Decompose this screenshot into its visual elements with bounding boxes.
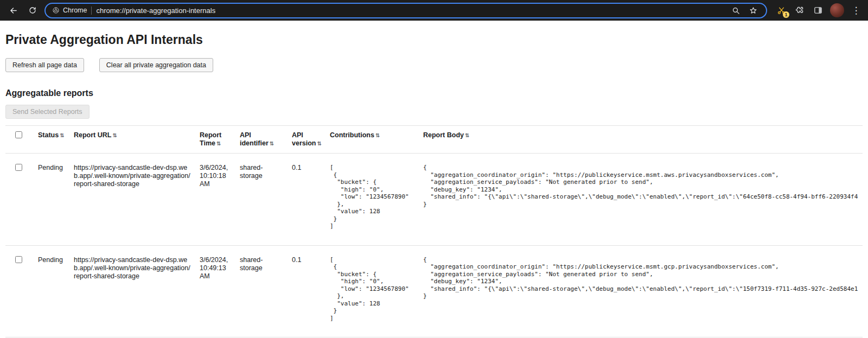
- address-bar-divider: [91, 7, 92, 15]
- contributions-cell: [ { "bucket": { "high": "0", "low": "123…: [326, 245, 419, 337]
- report-time-cell: 3/6/2024, 10:49:13 AM: [195, 245, 235, 337]
- column-header-report-body[interactable]: Report Body⇅: [419, 126, 863, 154]
- sort-icon: ⇅: [270, 141, 274, 146]
- status-cell: Pending: [34, 245, 69, 337]
- extensions-puzzle-icon[interactable]: [793, 4, 806, 17]
- column-header-label: API identifier: [240, 131, 269, 147]
- menu-kebab-icon[interactable]: ⋮: [850, 4, 863, 17]
- page-title: Private Aggregation API Internals: [5, 33, 863, 47]
- clear-all-button[interactable]: Clear all private aggregation data: [99, 58, 213, 72]
- select-all-header: [5, 126, 34, 154]
- reports-table: Status⇅ Report URL⇅ Report Time⇅ API ide…: [5, 125, 863, 337]
- profile-avatar[interactable]: [830, 3, 844, 17]
- extension-badge: 1: [783, 11, 789, 18]
- sort-icon: ⇅: [112, 132, 117, 138]
- sort-icon: ⇅: [317, 141, 321, 146]
- report-body-json: { "aggregation_coordinator_origin": "htt…: [423, 256, 858, 300]
- sort-icon: ⇅: [375, 132, 380, 138]
- api-identifier-cell: shared-storage: [235, 245, 288, 337]
- address-bar[interactable]: Chrome chrome://private-aggregation-inte…: [44, 3, 767, 18]
- column-header-label: Report Body: [423, 131, 464, 139]
- address-url-text: chrome://private-aggregation-internals: [96, 7, 215, 15]
- table-row: Pending https://privacy-sandcastle-dev-d…: [5, 154, 863, 246]
- contributions-cell: [ { "bucket": { "high": "0", "low": "123…: [326, 154, 419, 246]
- report-body-cell: { "aggregation_coordinator_origin": "htt…: [419, 154, 863, 246]
- column-header-label: Status: [38, 131, 59, 139]
- report-body-cell: { "aggregation_coordinator_origin": "htt…: [419, 245, 863, 337]
- reload-icon: [28, 6, 37, 15]
- sort-icon: ⇅: [60, 132, 64, 138]
- site-chip: Chrome: [52, 7, 87, 14]
- api-identifier-cell: shared-storage: [235, 154, 288, 246]
- api-version-cell: 0.1: [288, 245, 326, 337]
- send-selected-reports-button[interactable]: Send Selected Reports: [5, 105, 90, 119]
- api-version-cell: 0.1: [288, 154, 326, 246]
- row-checkbox[interactable]: [15, 256, 22, 263]
- report-time-cell: 3/6/2024, 10:10:18 AM: [195, 154, 235, 246]
- column-header-status[interactable]: Status⇅: [34, 126, 69, 154]
- report-url-cell: https://privacy-sandcastle-dev-dsp.web.a…: [69, 154, 195, 246]
- contributions-json: [ { "bucket": { "high": "0", "low": "123…: [330, 256, 414, 322]
- page-content: Private Aggregation API Internals Refres…: [0, 33, 868, 337]
- report-body-json: { "aggregation_coordinator_origin": "htt…: [423, 164, 858, 208]
- column-header-report-url[interactable]: Report URL⇅: [69, 126, 195, 154]
- column-header-api-identifier[interactable]: API identifier⇅: [235, 126, 288, 154]
- side-panel-icon[interactable]: [812, 4, 825, 17]
- row-checkbox[interactable]: [15, 164, 22, 171]
- row-select-cell: [5, 154, 34, 246]
- column-header-contributions[interactable]: Contributions⇅: [326, 126, 419, 154]
- back-button[interactable]: [5, 3, 21, 18]
- status-cell: Pending: [34, 154, 69, 246]
- column-header-label: Contributions: [330, 131, 374, 139]
- section-heading: Aggregatable reports: [5, 88, 863, 98]
- select-all-checkbox[interactable]: [15, 131, 22, 138]
- contributions-json: [ { "bucket": { "high": "0", "low": "123…: [330, 164, 414, 230]
- sort-icon: ⇅: [465, 132, 469, 138]
- chrome-logo-icon: [52, 7, 60, 14]
- screenshot-extension-icon[interactable]: 1: [775, 4, 788, 17]
- bookmark-star-icon[interactable]: [746, 4, 760, 17]
- report-url-cell: https://privacy-sandcastle-dev-dsp.web.a…: [69, 245, 195, 337]
- column-header-report-time[interactable]: Report Time⇅: [195, 126, 235, 154]
- reload-button[interactable]: [25, 3, 40, 18]
- column-header-label: API version: [292, 131, 316, 147]
- refresh-all-button[interactable]: Refresh all page data: [5, 58, 84, 72]
- page-actions: Refresh all page data Clear all private …: [5, 58, 863, 72]
- site-chip-label: Chrome: [63, 7, 87, 14]
- browser-toolbar: Chrome chrome://private-aggregation-inte…: [0, 0, 868, 21]
- column-header-api-version[interactable]: API version⇅: [288, 126, 326, 154]
- back-arrow-icon: [9, 6, 18, 15]
- toolbar-right-group: 1 ⋮: [771, 3, 863, 17]
- sort-icon: ⇅: [216, 141, 221, 146]
- column-header-label: Report URL: [74, 131, 111, 139]
- row-select-cell: [5, 245, 34, 337]
- table-header-row: Status⇅ Report URL⇅ Report Time⇅ API ide…: [5, 126, 863, 154]
- search-icon[interactable]: [729, 4, 742, 17]
- reports-actions: Send Selected Reports: [5, 105, 863, 119]
- table-row: Pending https://privacy-sandcastle-dev-d…: [5, 245, 863, 337]
